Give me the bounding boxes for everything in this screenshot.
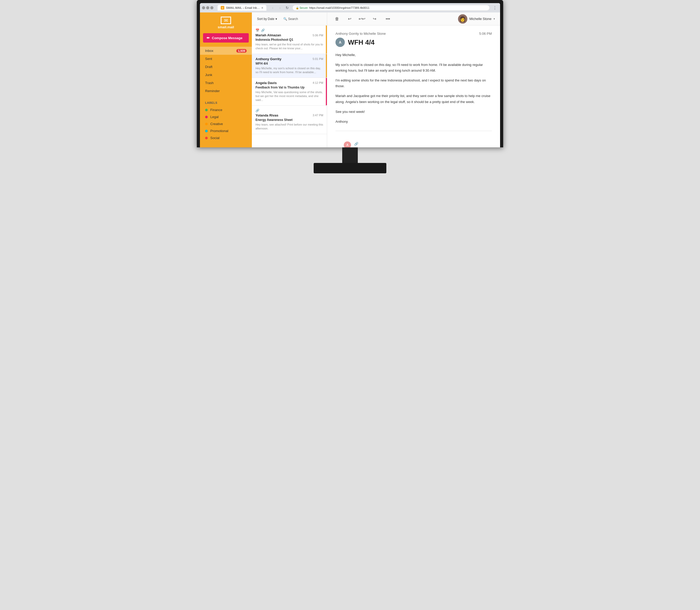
monitor-bezel: S SMAIL.MAIL – Email Inb… ✕ ‹ › ↻ 🔒 Secu…: [197, 0, 503, 147]
reply-all-button[interactable]: ↩↩: [357, 14, 367, 23]
search-label: Search: [288, 17, 298, 21]
browser-window: S SMAIL.MAIL – Email Inb… ✕ ‹ › ↻ 🔒 Secu…: [200, 3, 500, 147]
email-preview-1: Hey team, we've got the first round of s…: [255, 43, 323, 51]
email-card-2[interactable]: Anthony Gorrity 5:01 PM WFH 4/4 Hey Mich…: [252, 54, 327, 78]
delete-button[interactable]: 🗑: [332, 14, 342, 23]
browser-nav-controls: ‹ › ↻: [269, 5, 290, 11]
secure-badge: 🔒 Secure: [296, 6, 308, 9]
secure-label: Secure: [299, 6, 308, 9]
label-item-promotional[interactable]: Promotional: [205, 127, 247, 134]
sort-button[interactable]: Sort by Date ▾: [255, 16, 279, 22]
email-preview-3: Hey Michelle, Val was questioning some o…: [255, 90, 323, 102]
sidebar-item-sent[interactable]: Sent: [200, 55, 252, 63]
email-preview-2: Hey Michelle, my son's school is closed …: [255, 66, 323, 75]
reply-avatar: A: [344, 141, 351, 147]
label-item-creative[interactable]: Creative: [205, 121, 247, 127]
tab-close-icon[interactable]: ✕: [261, 6, 263, 9]
email-meta-row: Anthony Gorrity to Michelle Stone 5:06 P…: [336, 32, 492, 35]
link-icon: 🔗: [261, 29, 265, 32]
label-item-social[interactable]: Social: [205, 134, 247, 141]
back-button[interactable]: ‹: [269, 5, 276, 11]
forward-button[interactable]: ↪: [370, 14, 379, 23]
sidebar-item-sent-label: Sent: [205, 57, 212, 61]
label-name-finance: Finance: [210, 108, 222, 112]
search-icon: 🔍: [283, 17, 287, 21]
sidebar-item-reminder-label: Reminder: [205, 89, 220, 93]
monitor-stand-neck: [342, 147, 358, 163]
email-from-to: Anthony Gorrity to Michelle Stone: [336, 32, 386, 35]
email-icons-1: 📅 🔗: [255, 29, 323, 32]
email-subject-4: Energy Awareness Sheet: [255, 118, 323, 122]
body-p5: See you next week!: [336, 109, 492, 115]
maximize-button[interactable]: [206, 6, 209, 9]
user-dropdown-icon[interactable]: ▾: [494, 17, 495, 20]
email-header-4: Yolanda Rivas 3:47 PM: [255, 113, 323, 117]
email-time-1: 5:06 PM: [313, 34, 323, 37]
label-dot-finance: [205, 109, 208, 111]
email-view: 🗑 ↩ ↩↩ ↪ ••• 👩 Michelle Stone ▾: [327, 13, 500, 147]
minimize-button[interactable]: [202, 6, 205, 9]
email-header-3: Angela Davis 4:12 PM: [255, 81, 323, 85]
email-header-1: Mariah Almazan 5:06 PM: [255, 33, 323, 37]
email-header-2: Anthony Gorrity 5:01 PM: [255, 57, 323, 61]
user-name: Michelle Stone: [469, 17, 492, 21]
sidebar-item-draft-label: Draft: [205, 65, 213, 69]
reload-button[interactable]: ↻: [284, 5, 290, 11]
compose-icon: ✏: [207, 36, 210, 40]
email-subject-1: Indonesia Photoshoot Q1: [255, 38, 323, 42]
logo-icon: [221, 17, 231, 24]
labels-title: Labels: [205, 101, 247, 104]
label-item-legal[interactable]: Legal: [205, 113, 247, 121]
sidebar-item-inbox[interactable]: Inbox 1,939: [200, 47, 252, 55]
body-p3: I'm editing some shots for the new Indon…: [336, 78, 492, 89]
user-area: 👩 Michelle Stone ▾: [458, 14, 495, 23]
label-name-legal: Legal: [210, 115, 219, 119]
label-item-finance[interactable]: Finance: [205, 107, 247, 113]
reply-link-icon: 🔗: [354, 142, 358, 146]
sidebar-item-junk[interactable]: Junk: [200, 71, 252, 79]
email-icons-4: 🔗: [255, 109, 323, 112]
sidebar-item-junk-label: Junk: [205, 73, 212, 77]
email-timestamp: 5:06 PM: [479, 32, 492, 35]
reply-button[interactable]: ↩: [345, 14, 354, 23]
body-p2: My son's school is closed on this day, s…: [336, 62, 492, 74]
label-name-promotional: Promotional: [210, 129, 228, 133]
email-priority-2: [326, 54, 327, 78]
browser-tab[interactable]: S SMAIL.MAIL – Email Inb… ✕: [218, 5, 266, 11]
email-priority-3: [326, 78, 327, 105]
logo-text: smail.mail: [218, 25, 234, 29]
label-dot-promotional: [205, 130, 208, 132]
email-content: Anthony Gorrity to Michelle Stone 5:06 P…: [327, 26, 500, 147]
email-card-4[interactable]: 🔗 Yolanda Rivas 3:47 PM Energy Awareness…: [252, 106, 327, 134]
email-card-3[interactable]: Angela Davis 4:12 PM Feedback from Val i…: [252, 78, 327, 106]
email-list-panel: Sort by Date ▾ 🔍 Search 📅: [252, 13, 327, 147]
email-priority-1: [326, 26, 327, 54]
sort-label: Sort by Date: [257, 17, 275, 21]
address-url: https://smail.mail/10300/nrgdrive/77389.…: [309, 6, 370, 9]
label-name-social: Social: [210, 136, 219, 140]
more-options-button[interactable]: •••: [383, 14, 393, 23]
address-bar[interactable]: 🔒 Secure https://smail.mail/10300/nrgdri…: [292, 5, 490, 11]
compose-button[interactable]: ✏ Compose Message: [203, 33, 249, 43]
search-button[interactable]: 🔍 Search: [281, 16, 300, 22]
sidebar-item-reminder[interactable]: Reminder: [200, 87, 252, 95]
label-dot-creative: [205, 123, 208, 125]
inbox-badge: 1,939: [236, 49, 247, 53]
tab-title: SMAIL.MAIL – Email Inb…: [226, 6, 260, 9]
forward-button[interactable]: ›: [277, 5, 283, 11]
email-body: Hey Michelle, My son's school is closed …: [336, 52, 492, 125]
body-p6: Anthony: [336, 119, 492, 125]
sidebar-item-draft[interactable]: Draft: [200, 63, 252, 71]
logo-area: smail.mail: [200, 13, 252, 33]
calendar-icon: 📅: [255, 29, 259, 32]
body-p4: Mariah and Jacqueline got me their prior…: [336, 93, 492, 105]
email-subject-2: WFH 4/4: [255, 62, 323, 65]
tab-favicon: S: [221, 6, 224, 10]
compose-label: Compose Message: [212, 36, 243, 40]
browser-titlebar: S SMAIL.MAIL – Email Inb… ✕ ‹ › ↻ 🔒 Secu…: [200, 3, 500, 13]
browser-menu-button[interactable]: ⋮: [492, 5, 498, 11]
sidebar-item-trash[interactable]: Trash: [200, 79, 252, 87]
label-name-creative: Creative: [210, 122, 223, 126]
email-card-1[interactable]: 📅 🔗 Mariah Almazan 5:06 PM Indonesia Pho…: [252, 26, 327, 54]
close-button[interactable]: [210, 6, 214, 9]
